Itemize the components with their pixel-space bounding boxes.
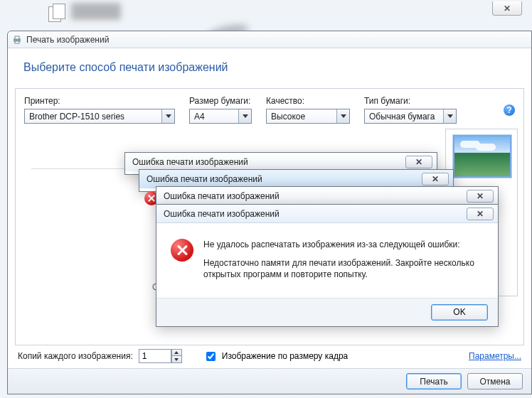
copies-row: Копий каждого изображения: Изображение п… xyxy=(8,347,531,365)
paper-type-label: Тип бумаги: xyxy=(364,96,457,106)
printer-icon xyxy=(12,35,22,45)
error-titlebar[interactable]: Ошибка печати изображений ✕ xyxy=(156,187,498,205)
paper-size-label: Размер бумаги: xyxy=(189,96,252,106)
error-title: Ошибка печати изображений xyxy=(147,174,262,184)
chevron-down-icon xyxy=(238,109,251,123)
fit-frame-checkbox-wrap[interactable]: Изображение по размеру кадра xyxy=(203,350,348,363)
parameters-link[interactable]: Параметры... xyxy=(469,351,521,361)
error-titlebar[interactable]: Ошибка печати изображений ✕ xyxy=(156,205,498,223)
error-close-button[interactable]: ✕ xyxy=(467,190,494,203)
chevron-up-icon xyxy=(174,351,179,354)
close-icon: ✕ xyxy=(432,174,439,184)
paper-type-value: Обычная бумага xyxy=(369,112,435,122)
error-close-button[interactable]: ✕ xyxy=(422,173,449,185)
print-options-row: Принтер: Brother DCP-1510 series Размер … xyxy=(16,89,523,128)
svg-rect-1 xyxy=(15,36,19,39)
svg-rect-2 xyxy=(15,41,19,43)
error-icon xyxy=(171,239,193,262)
paper-size-combobox[interactable]: A4 xyxy=(189,109,252,124)
print-button[interactable]: Печать xyxy=(406,373,462,389)
fit-frame-checkbox[interactable] xyxy=(206,352,216,361)
cancel-button[interactable]: Отмена xyxy=(467,373,523,389)
copies-label: Копий каждого изображения: xyxy=(18,351,133,361)
error-text: Не удалось распечатать изображения из-за… xyxy=(203,239,484,288)
chevron-down-icon xyxy=(336,109,349,123)
wizard-titlebar[interactable]: Печать изображений xyxy=(8,31,531,48)
printer-value: Brother DCP-1510 series xyxy=(29,112,124,122)
desktop-blurred-text xyxy=(71,3,121,20)
error-close-button[interactable]: ✕ xyxy=(467,208,494,220)
error-message-line1: Не удалось распечатать изображения из-за… xyxy=(203,239,484,250)
chevron-down-icon xyxy=(443,109,456,123)
fit-frame-label: Изображение по размеру кадра xyxy=(222,351,348,361)
ok-button[interactable]: OK xyxy=(431,304,488,321)
error-message-line2: Недостаточно памяти для печати изображен… xyxy=(203,257,484,280)
error-body: Не удалось распечатать изображения из-за… xyxy=(156,223,498,298)
copies-input[interactable] xyxy=(139,349,171,363)
error-close-button[interactable]: ✕ xyxy=(405,156,432,168)
wizard-heading: Выберите способ печати изображений xyxy=(8,48,531,84)
quality-label: Качество: xyxy=(266,96,350,106)
error-title: Ошибка печати изображений xyxy=(164,191,280,201)
close-icon: ✕ xyxy=(477,209,484,219)
error-dialog-4: Ошибка печати изображений ✕ Не удалось р… xyxy=(156,204,499,327)
wizard-footer: Печать Отмена xyxy=(8,368,531,394)
layout-template-thumb[interactable] xyxy=(453,135,511,178)
wizard-title: Печать изображений xyxy=(26,35,109,45)
close-icon: ✕ xyxy=(415,157,422,167)
error-title: Ошибка печати изображений xyxy=(164,209,280,219)
quality-combobox[interactable]: Высокое xyxy=(266,109,350,124)
error-footer: OK xyxy=(156,298,498,326)
copies-step-up[interactable] xyxy=(171,349,182,356)
copies-step-down[interactable] xyxy=(171,356,182,363)
paper-size-value: A4 xyxy=(194,112,205,122)
chevron-down-icon xyxy=(174,358,179,361)
outer-window-close-button[interactable]: ✕ xyxy=(492,1,522,16)
help-icon[interactable]: ? xyxy=(504,104,515,116)
quality-value: Высокое xyxy=(271,112,305,122)
desktop-background xyxy=(0,0,532,33)
printer-label: Принтер: xyxy=(24,96,175,106)
copies-stepper xyxy=(139,349,182,363)
close-icon: ✕ xyxy=(477,191,484,201)
error-title: Ошибка печати изображений xyxy=(132,157,248,167)
chevron-down-icon xyxy=(161,109,174,123)
desktop-file-icon xyxy=(46,4,74,25)
printer-combobox[interactable]: Brother DCP-1510 series xyxy=(24,109,175,124)
paper-type-combobox[interactable]: Обычная бумага xyxy=(364,109,457,124)
close-icon: ✕ xyxy=(504,4,511,14)
